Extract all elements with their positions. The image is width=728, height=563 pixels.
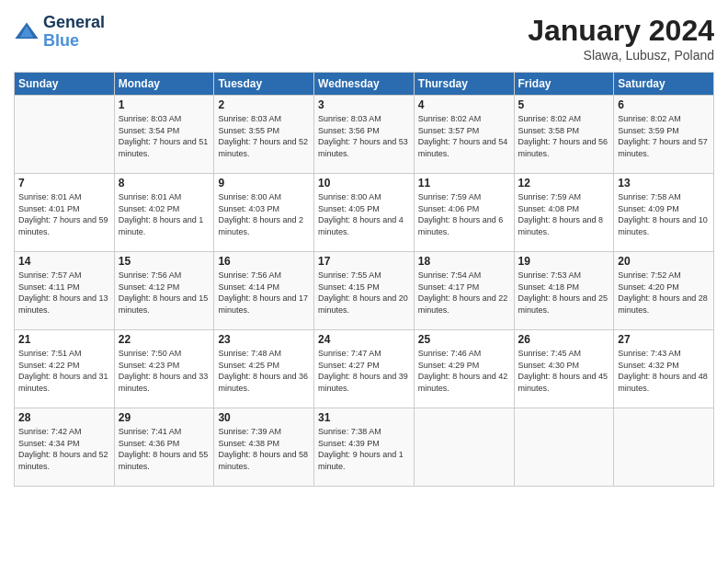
day-cell: 13Sunrise: 7:58 AMSunset: 4:09 PMDayligh… <box>614 174 714 252</box>
day-number: 3 <box>318 98 410 111</box>
day-detail: Sunset: 4:03 PM <box>218 203 310 215</box>
day-detail: Daylight: 7 hours and 51 minutes. <box>119 136 210 159</box>
day-cell: 25Sunrise: 7:46 AMSunset: 4:29 PMDayligh… <box>414 330 514 408</box>
day-detail: Daylight: 8 hours and 28 minutes. <box>618 293 710 316</box>
logo-line1: General <box>43 14 105 32</box>
day-detail: Daylight: 7 hours and 59 minutes. <box>18 214 110 237</box>
week-row-4: 21Sunrise: 7:51 AMSunset: 4:22 PMDayligh… <box>15 330 714 408</box>
day-detail: Sunrise: 7:55 AM <box>318 270 410 282</box>
header: General Blue January 2024 Slawa, Lubusz,… <box>14 14 714 63</box>
day-number: 30 <box>218 411 310 424</box>
day-number: 19 <box>518 255 610 268</box>
day-detail: Daylight: 7 hours and 53 minutes. <box>318 136 410 159</box>
day-detail: Daylight: 7 hours and 56 minutes. <box>518 136 610 159</box>
day-detail: Daylight: 8 hours and 25 minutes. <box>518 293 610 316</box>
day-cell: 21Sunrise: 7:51 AMSunset: 4:22 PMDayligh… <box>15 330 115 408</box>
day-cell: 15Sunrise: 7:56 AMSunset: 4:12 PMDayligh… <box>114 252 214 330</box>
calendar-body: 1Sunrise: 8:03 AMSunset: 3:54 PMDaylight… <box>15 96 714 487</box>
day-number: 13 <box>618 177 710 190</box>
day-detail: Sunrise: 7:51 AM <box>18 348 110 360</box>
day-detail: Sunset: 4:01 PM <box>18 203 110 215</box>
day-detail: Sunrise: 7:57 AM <box>18 270 110 282</box>
day-cell: 19Sunrise: 7:53 AMSunset: 4:18 PMDayligh… <box>514 252 614 330</box>
day-cell: 23Sunrise: 7:48 AMSunset: 4:25 PMDayligh… <box>214 330 314 408</box>
week-row-1: 1Sunrise: 8:03 AMSunset: 3:54 PMDaylight… <box>15 96 714 174</box>
header-cell-tuesday: Tuesday <box>214 73 314 96</box>
calendar-header: SundayMondayTuesdayWednesdayThursdayFrid… <box>15 73 714 96</box>
day-detail: Sunrise: 8:02 AM <box>618 113 710 125</box>
day-cell: 16Sunrise: 7:56 AMSunset: 4:14 PMDayligh… <box>214 252 314 330</box>
day-detail: Sunrise: 8:03 AM <box>318 113 410 125</box>
day-cell <box>15 96 115 174</box>
day-detail: Sunrise: 8:00 AM <box>318 191 410 203</box>
day-info: Sunrise: 8:03 AMSunset: 3:56 PMDaylight:… <box>318 113 410 159</box>
day-detail: Sunrise: 7:50 AM <box>119 348 210 360</box>
day-detail: Sunrise: 7:41 AM <box>119 426 210 438</box>
day-number: 28 <box>18 411 110 424</box>
day-info: Sunrise: 8:02 AMSunset: 3:57 PMDaylight:… <box>418 113 510 159</box>
day-number: 26 <box>518 333 610 346</box>
day-detail: Daylight: 8 hours and 45 minutes. <box>518 371 610 394</box>
day-detail: Sunrise: 7:56 AM <box>119 270 210 282</box>
day-info: Sunrise: 7:56 AMSunset: 4:14 PMDaylight:… <box>218 270 310 316</box>
day-info: Sunrise: 7:41 AMSunset: 4:36 PMDaylight:… <box>119 426 210 472</box>
day-info: Sunrise: 8:00 AMSunset: 4:03 PMDaylight:… <box>218 191 310 237</box>
week-row-2: 7Sunrise: 8:01 AMSunset: 4:01 PMDaylight… <box>15 174 714 252</box>
day-info: Sunrise: 7:50 AMSunset: 4:23 PMDaylight:… <box>119 348 210 394</box>
day-number: 23 <box>218 333 310 346</box>
day-detail: Sunrise: 8:03 AM <box>218 113 310 125</box>
day-cell: 17Sunrise: 7:55 AMSunset: 4:15 PMDayligh… <box>314 252 415 330</box>
day-detail: Sunrise: 7:53 AM <box>518 270 610 282</box>
day-info: Sunrise: 8:00 AMSunset: 4:05 PMDaylight:… <box>318 191 410 237</box>
day-number: 31 <box>318 411 410 424</box>
day-detail: Sunrise: 8:02 AM <box>518 113 610 125</box>
day-cell: 30Sunrise: 7:39 AMSunset: 4:38 PMDayligh… <box>214 408 314 487</box>
day-detail: Sunrise: 7:43 AM <box>618 348 710 360</box>
day-cell: 28Sunrise: 7:42 AMSunset: 4:34 PMDayligh… <box>15 408 115 487</box>
day-number: 2 <box>218 98 310 111</box>
header-cell-saturday: Saturday <box>614 73 714 96</box>
page-container: General Blue January 2024 Slawa, Lubusz,… <box>0 0 728 496</box>
header-cell-wednesday: Wednesday <box>314 73 415 96</box>
day-detail: Sunrise: 7:38 AM <box>318 426 410 438</box>
day-number: 8 <box>119 177 210 190</box>
day-cell <box>614 408 714 487</box>
day-detail: Daylight: 8 hours and 2 minutes. <box>218 214 310 237</box>
day-info: Sunrise: 7:53 AMSunset: 4:18 PMDaylight:… <box>518 270 610 316</box>
day-number: 7 <box>18 177 110 190</box>
day-cell: 14Sunrise: 7:57 AMSunset: 4:11 PMDayligh… <box>15 252 115 330</box>
day-info: Sunrise: 7:43 AMSunset: 4:32 PMDaylight:… <box>618 348 710 394</box>
day-info: Sunrise: 7:52 AMSunset: 4:20 PMDaylight:… <box>618 270 710 316</box>
day-number: 12 <box>518 177 610 190</box>
day-detail: Daylight: 8 hours and 15 minutes. <box>119 293 210 316</box>
day-detail: Sunrise: 7:54 AM <box>418 270 510 282</box>
day-detail: Daylight: 7 hours and 54 minutes. <box>418 136 510 159</box>
day-detail: Daylight: 8 hours and 48 minutes. <box>618 371 710 394</box>
day-info: Sunrise: 7:57 AMSunset: 4:11 PMDaylight:… <box>18 270 110 316</box>
day-detail: Sunrise: 7:56 AM <box>218 270 310 282</box>
day-detail: Daylight: 8 hours and 6 minutes. <box>418 214 510 237</box>
day-detail: Daylight: 8 hours and 8 minutes. <box>518 214 610 237</box>
logo-icon <box>14 19 40 45</box>
day-detail: Sunset: 4:39 PM <box>318 438 410 450</box>
day-cell: 22Sunrise: 7:50 AMSunset: 4:23 PMDayligh… <box>114 330 214 408</box>
day-detail: Daylight: 7 hours and 57 minutes. <box>618 136 710 159</box>
day-detail: Daylight: 8 hours and 33 minutes. <box>119 371 210 394</box>
day-detail: Sunset: 4:17 PM <box>418 282 510 293</box>
day-detail: Sunrise: 8:01 AM <box>18 191 110 203</box>
day-detail: Daylight: 8 hours and 31 minutes. <box>18 371 110 394</box>
day-info: Sunrise: 8:01 AMSunset: 4:02 PMDaylight:… <box>119 191 210 237</box>
day-detail: Sunset: 4:18 PM <box>518 282 610 293</box>
day-number: 16 <box>218 255 310 268</box>
day-info: Sunrise: 7:46 AMSunset: 4:29 PMDaylight:… <box>418 348 510 394</box>
day-info: Sunrise: 7:39 AMSunset: 4:38 PMDaylight:… <box>218 426 310 472</box>
header-cell-thursday: Thursday <box>414 73 514 96</box>
day-detail: Daylight: 8 hours and 1 minute. <box>119 214 210 237</box>
day-number: 20 <box>618 255 710 268</box>
day-info: Sunrise: 7:42 AMSunset: 4:34 PMDaylight:… <box>18 426 110 472</box>
day-detail: Daylight: 8 hours and 58 minutes. <box>218 449 310 472</box>
day-detail: Daylight: 7 hours and 52 minutes. <box>218 136 310 159</box>
day-cell: 9Sunrise: 8:00 AMSunset: 4:03 PMDaylight… <box>214 174 314 252</box>
day-detail: Sunset: 3:56 PM <box>318 125 410 137</box>
day-detail: Sunrise: 7:58 AM <box>618 191 710 203</box>
